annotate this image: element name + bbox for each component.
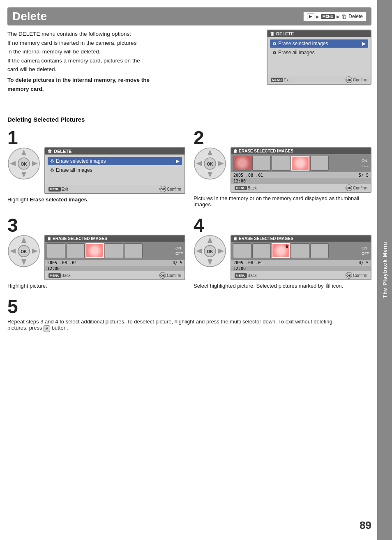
step1-lcd: 🗑 DELETE ♻Erase selected images ▶ ♻Erase… <box>44 147 185 194</box>
delete-menu-title: DELETE <box>276 31 294 36</box>
step3-thumbs <box>47 243 183 258</box>
step1-erase-sel-label: Erase selected images <box>56 158 106 164</box>
thumb2 <box>252 156 271 171</box>
play-icon: ▶ <box>307 14 314 19</box>
erase-selected-icon: ♻ <box>272 41 277 46</box>
step5-caption: Repeat steps 3 and 4 to select additiona… <box>7 318 336 332</box>
step1-lcd-header: 🗑 DELETE <box>45 148 184 155</box>
step1-erase-all-label: Erase all images <box>56 167 92 173</box>
svg-text:OK: OK <box>207 162 214 166</box>
step2-counter: 5/ 5 <box>359 173 369 178</box>
step-3-content: OK 🗑 ERASE SELECTED IMAGES <box>7 235 185 280</box>
on-off-indicator: ON OFF <box>362 158 369 168</box>
off-label: OFF <box>362 164 369 169</box>
thumb3 <box>272 156 290 171</box>
erase-all-item: ♻Erase all images <box>270 48 368 57</box>
step-5-number: 5 <box>7 297 371 316</box>
step2-time: 12:00 <box>233 179 246 183</box>
intro-line3: in the internal memory will be deleted. <box>7 47 164 56</box>
erase-all-icon: ♻ <box>272 50 277 55</box>
step3-lcd-header: 🗑 ERASE SELECTED IMAGES <box>45 235 184 242</box>
step4-lcd-header: 🗑 ERASE SELECTED IMAGES <box>231 235 371 242</box>
intro-line1: The DELETE menu contains the following o… <box>7 30 164 39</box>
arrow-right-icon: ▶ <box>362 41 366 46</box>
right-sidebar: The Playback Menu <box>377 0 392 540</box>
step2-lcd: 🗑 ERASE SELECTED IMAGES <box>231 147 371 193</box>
step4-thumb5 <box>310 243 329 258</box>
step-4-number: 4 <box>194 216 371 235</box>
dpad-step1: OK <box>7 147 40 180</box>
step4-footer: MENU Back OK Confirm <box>231 271 371 279</box>
step-1-content: OK 🗑 DELETE <box>7 147 185 194</box>
erase-all-label: Erase all images <box>278 50 315 55</box>
step1-delete-title: DELETE <box>54 149 71 154</box>
step-1-number: 1 <box>7 128 185 147</box>
step4-lcd: 🗑 ERASE SELECTED IMAGES 🗑 <box>231 235 371 280</box>
delete-menu-footer: MENU Exit OK Confirm <box>267 76 371 84</box>
step3-date-row: 2005 .08 .01 4/ 5 <box>45 260 184 266</box>
step-2-block: 2 OK 🗑 ERASE SE <box>194 128 371 208</box>
trash-icon-header: 🗑 <box>270 31 274 36</box>
menu-button-icon: MENU <box>321 14 335 19</box>
step1-trash-icon: 🗑 <box>48 149 52 154</box>
breadcrumb-delete-text: Delete <box>348 14 363 19</box>
erase-selected-item: ♻Erase selected images ▶ <box>270 39 368 48</box>
step2-time-row: 12:00 <box>231 178 371 184</box>
step2-title: ERASE SELECTED IMAGES <box>239 149 293 153</box>
step1-caption-prefix: Highlight <box>7 196 30 203</box>
step1-caption: Highlight Erase selected images. <box>7 196 185 203</box>
step2-thumbnail-area: ON OFF <box>231 154 371 172</box>
step-5-block: 5 Repeat steps 3 and 4 to select additio… <box>7 297 371 332</box>
thumb4 <box>291 156 309 171</box>
intro-text: The DELETE menu contains the following o… <box>7 30 164 93</box>
dpad-step4: OK <box>194 235 226 268</box>
step1-lcd-body: ♻Erase selected images ▶ ♻Erase all imag… <box>45 155 184 185</box>
step3-caption: Highlight picture. <box>7 283 185 289</box>
step4-thumb3: 🗑 <box>272 243 290 258</box>
step4-date-row: 2005 .08 .01 4/ 5 <box>231 260 371 266</box>
step4-caption: Select highlighted picture. Selected pic… <box>194 283 371 289</box>
step1-erase-selected: ♻Erase selected images ▶ <box>48 157 182 165</box>
step4-thumb4 <box>291 243 309 258</box>
step2-date-row: 2005 .08 .01 5/ 5 <box>231 172 371 178</box>
step4-on-off: ON OFF <box>362 246 369 256</box>
step3-lcd: 🗑 ERASE SELECTED IMAGES <box>44 235 185 280</box>
steps-area: 1 OK <box>7 128 371 332</box>
step3-thumb3 <box>85 243 104 258</box>
step3-thumb5 <box>124 243 143 258</box>
page-title: Delete <box>12 10 47 23</box>
erase-selected-label: Erase selected images <box>278 41 328 46</box>
step2-lcd-header: 🗑 ERASE SELECTED IMAGES <box>231 148 371 154</box>
svg-text:OK: OK <box>207 249 214 254</box>
svg-text:OK: OK <box>21 249 28 254</box>
intro-bold: To delete pictures in the internal memor… <box>7 76 164 93</box>
arrow2-icon: ▶ <box>337 14 340 19</box>
dpad-step3: OK <box>7 235 40 268</box>
step3-thumbnail-area: ON OFF <box>45 242 184 260</box>
section-title: Deleting Selected Pictures <box>7 116 85 123</box>
step3-footer: MENU Back OK Confirm <box>45 271 184 279</box>
step2-date: 2005 .08 .01 <box>233 173 263 178</box>
step3-thumb4 <box>105 243 123 258</box>
trash-inline: 🗑 <box>325 283 330 289</box>
exit-label: Exit <box>284 78 291 82</box>
step-4-block: 4 OK 🗑 ERASE SELECTED IMAG <box>194 216 371 289</box>
intro-line2: If no memory card is inserted in the cam… <box>7 39 164 48</box>
step4-thumbnail-area: 🗑 ON OFF <box>231 242 371 260</box>
step1-erase-all: ♻Erase all images <box>48 166 182 174</box>
step1-caption-suffix: . <box>87 196 89 203</box>
step1-lcd-footer: MENU Exit OK Confirm <box>45 185 184 193</box>
delete-menu-lcd: 🗑 DELETE ♻Erase selected images ▶ ♻Erase… <box>267 30 371 85</box>
sidebar-label: The Playback Menu <box>382 242 388 298</box>
menu-btn-exit: MENU <box>271 78 283 82</box>
section-title-container: Deleting Selected Pictures <box>7 116 85 123</box>
trash-overlay: 🗑 <box>285 244 289 248</box>
page-number: 89 <box>360 519 371 532</box>
dpad-step2: OK <box>194 147 226 180</box>
step-4-content: OK 🗑 ERASE SELECTED IMAGES <box>194 235 371 280</box>
step4-thumbs: 🗑 <box>233 243 369 258</box>
step3-thumb1 <box>47 243 65 258</box>
step-3-block: 3 OK 🗑 ERASE SELECTED IMAG <box>7 216 185 289</box>
step-2-number: 2 <box>194 128 371 147</box>
page-header: Delete ▶ ▶ MENU ▶ 🗑 Delete <box>7 7 371 25</box>
